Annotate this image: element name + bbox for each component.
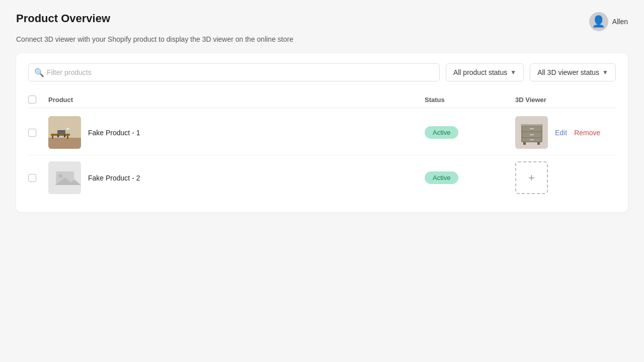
viewer-filter-label: All 3D viewer status: [537, 68, 599, 76]
page-title: Product Overview: [16, 12, 110, 25]
svg-rect-7: [57, 131, 65, 135]
select-all-checkbox[interactable]: [28, 96, 36, 104]
row-1-viewer-image: [515, 116, 548, 149]
user-avatar-area[interactable]: 👤 Allen: [589, 12, 628, 31]
plus-icon: +: [528, 171, 535, 185]
row-1-checkbox[interactable]: [28, 129, 36, 137]
main-card: 🔍 All product status ▼ All 3D viewer sta…: [16, 53, 628, 212]
row-2-status-cell: Active: [425, 171, 515, 184]
status-filter-label: All product status: [453, 68, 507, 76]
select-all-cell: [28, 96, 48, 104]
svg-rect-10: [67, 130, 68, 134]
viewer-filter-dropdown[interactable]: All 3D viewer status ▼: [530, 63, 616, 81]
row-1-viewer-actions: Edit Remove: [555, 129, 600, 137]
viewer-column-header: 3D Viewer: [515, 96, 616, 104]
row-1-product-image: [48, 116, 81, 149]
status-badge: Active: [425, 126, 458, 139]
svg-rect-20: [523, 142, 526, 145]
row-1-product-cell: Fake Product - 1: [48, 116, 425, 149]
table-header: Product Status 3D Viewer: [28, 92, 616, 108]
row-2-viewer-cell: +: [515, 161, 616, 194]
user-icon: 👤: [592, 16, 605, 27]
row-2-product-image-placeholder: [48, 161, 81, 194]
avatar: 👤: [589, 12, 608, 31]
header-row: Product Overview 👤 Allen: [16, 12, 628, 31]
search-input[interactable]: [28, 63, 440, 81]
toolbar: 🔍 All product status ▼ All 3D viewer sta…: [28, 63, 616, 81]
svg-rect-17: [530, 134, 534, 135]
search-wrapper: 🔍: [28, 63, 440, 81]
row-1-checkbox-cell: [28, 129, 48, 137]
svg-rect-9: [64, 135, 65, 137]
row-2-checkbox[interactable]: [28, 174, 36, 182]
page-container: Product Overview 👤 Allen Connect 3D view…: [0, 0, 644, 224]
svg-rect-22: [521, 124, 543, 126]
chevron-down-icon: ▼: [510, 69, 516, 76]
user-name: Allen: [612, 18, 628, 26]
row-1-status-cell: Active: [425, 126, 515, 139]
row-1-product-name: Fake Product - 1: [88, 129, 140, 137]
remove-button[interactable]: Remove: [574, 129, 600, 137]
table-row: Fake Product - 1 Active: [28, 110, 616, 155]
svg-rect-5: [67, 136, 68, 139]
status-badge: Active: [425, 171, 458, 184]
row-1-viewer-cell: Edit Remove: [515, 116, 616, 149]
svg-rect-15: [530, 128, 534, 129]
chevron-down-icon: ▼: [602, 69, 608, 76]
row-2-checkbox-cell: [28, 174, 48, 182]
svg-rect-21: [537, 142, 540, 145]
row-2-product-name: Fake Product - 2: [88, 174, 140, 182]
svg-rect-8: [57, 135, 59, 137]
svg-rect-19: [530, 139, 534, 140]
row-2-product-cell: Fake Product - 2: [48, 161, 425, 194]
product-column-header: Product: [48, 96, 425, 104]
table-body: Fake Product - 1 Active: [28, 110, 616, 200]
add-viewer-button[interactable]: +: [515, 161, 548, 194]
table-row: Fake Product - 2 Active +: [28, 155, 616, 200]
svg-rect-1: [48, 137, 81, 149]
svg-point-25: [58, 174, 62, 178]
status-column-header: Status: [425, 96, 515, 104]
svg-rect-4: [52, 136, 53, 139]
title-area: Product Overview: [16, 12, 110, 25]
svg-rect-6: [57, 130, 65, 131]
status-filter-dropdown[interactable]: All product status ▼: [446, 63, 524, 81]
page-subtitle: Connect 3D viewer with your Shopify prod…: [16, 35, 628, 43]
edit-button[interactable]: Edit: [555, 129, 567, 137]
